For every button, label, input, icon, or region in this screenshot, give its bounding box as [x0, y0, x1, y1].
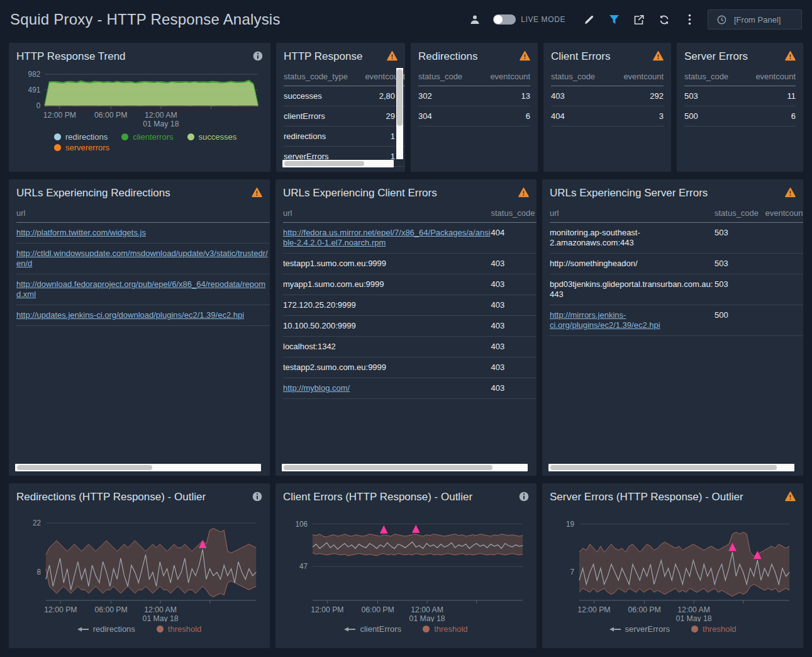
trend-chart: 049198212:00 PM06:00 PM12:00 AM01 May 18 — [16, 67, 263, 130]
kebab-menu-icon[interactable] — [682, 13, 696, 26]
url-link[interactable]: http://fedora.us.mirror.net/epel/7/x86_6… — [283, 228, 491, 247]
warning-icon[interactable] — [653, 51, 664, 64]
legend-item-successes[interactable]: successes — [187, 132, 237, 142]
table-cell: 500 — [684, 106, 745, 126]
horizontal-scrollbar[interactable] — [282, 160, 394, 167]
legend-dot — [423, 626, 430, 632]
column-header[interactable]: url — [16, 203, 270, 223]
table-row: http://myblog.com/403 — [283, 378, 537, 399]
table-row: http://updates.jenkins-ci.org/download/p… — [16, 305, 270, 326]
horizontal-scrollbar[interactable] — [15, 464, 261, 471]
panel-title: HTTP Response — [284, 49, 362, 64]
vertical-scrollbar[interactable] — [396, 68, 403, 159]
url-link[interactable]: http://ctldl.windowsupdate.com/msdownloa… — [16, 249, 268, 268]
table-row: 3046 — [418, 106, 530, 126]
svg-text:12:00 AM: 12:00 AM — [145, 111, 177, 120]
horizontal-scrollbar[interactable] — [548, 464, 794, 471]
column-header[interactable]: eventcount — [613, 67, 664, 86]
chart-legend: clientErrorsthreshold — [283, 624, 529, 634]
table-header-row: urlstatus_codeeventcount — [550, 203, 803, 223]
legend-item-redirections[interactable]: redirections — [77, 624, 135, 634]
url-link[interactable]: http://myblog.com/ — [283, 383, 350, 393]
legend-item-redirections[interactable]: redirections — [54, 132, 108, 142]
outlier-chart-svg: 82212:00 PM06:00 PM12:00 AM01 May 18 — [16, 507, 262, 622]
share-icon[interactable] — [632, 13, 646, 26]
column-header[interactable]: status_code — [491, 203, 537, 223]
legend-item-threshold[interactable]: threshold — [157, 624, 201, 634]
info-icon[interactable] — [253, 51, 263, 64]
data-table: status_code_typeeventcountsuccesses2,80c… — [284, 67, 405, 167]
legend-item-threshold[interactable]: threshold — [691, 624, 736, 634]
url-link[interactable]: http://updates.jenkins-ci.org/download/p… — [16, 310, 244, 320]
column-header[interactable]: eventcount — [745, 67, 796, 86]
column-header[interactable]: status_code — [551, 67, 613, 86]
info-icon[interactable] — [519, 491, 529, 504]
table-cell: localhost:1342 — [283, 337, 491, 357]
legend-item-threshold[interactable]: threshold — [423, 624, 467, 634]
table-cell: monitoring.ap-southeast-2.amazonaws.com:… — [550, 223, 715, 254]
scrollbar-thumb[interactable] — [284, 465, 492, 470]
chart-legend: serverErrorsthreshold — [550, 624, 796, 634]
top-bar-controls: LIVE MODE [From Panel] — [468, 9, 802, 30]
panel-title: URLs Experiencing Redirections — [16, 186, 170, 201]
warning-icon[interactable] — [785, 188, 796, 200]
table-row: 50311 — [684, 86, 796, 106]
panel-outlier-client-errors: Client Errors (HTTP Response) - Outlier … — [275, 483, 537, 648]
table-row: testapp1.sumo.com.eu:9999403 — [283, 254, 537, 274]
outlier-chart: 4710612:00 PM06:00 PM12:00 AM01 May 18 — [283, 507, 529, 622]
time-range-value: [From Panel] — [734, 15, 781, 25]
svg-text:19: 19 — [566, 520, 574, 529]
refresh-icon[interactable] — [657, 13, 671, 26]
scrollbar-thumb[interactable] — [397, 69, 403, 126]
url-link[interactable]: http://platform.twitter.com/widgets.js — [16, 228, 146, 237]
table-cell: 403 — [491, 378, 537, 399]
outlier-chart-svg: 71912:00 PM06:00 PM12:00 AM01 May 18 — [550, 507, 796, 622]
table-cell: 6 — [745, 106, 796, 126]
user-icon[interactable] — [468, 13, 482, 26]
column-header[interactable]: status_code — [715, 203, 765, 223]
legend-item-serverErrors[interactable]: serverErrors — [609, 624, 670, 634]
table-cell: successes — [284, 86, 359, 106]
warning-icon[interactable] — [520, 51, 530, 64]
edit-pencil-icon[interactable] — [582, 13, 596, 26]
table-row: myapp1.sumo.com.eu:9999403 — [283, 274, 537, 295]
column-header[interactable]: eventcount — [480, 67, 530, 86]
legend-item-clienterrors[interactable]: clienterrors — [121, 132, 173, 142]
scrollbar-thumb[interactable] — [284, 161, 364, 166]
table-cell: 11 — [745, 86, 796, 106]
warning-icon[interactable] — [252, 188, 262, 200]
legend-item-clientErrors[interactable]: clientErrors — [344, 624, 401, 634]
table-row: 10.100.50.200:9999403 — [283, 316, 537, 337]
column-header[interactable]: status_code — [684, 67, 745, 86]
svg-text:12:00 PM: 12:00 PM — [577, 605, 610, 614]
table-cell: 6 — [480, 106, 530, 126]
scrollbar-thumb[interactable] — [550, 465, 777, 470]
table-cell — [765, 305, 803, 336]
url-link[interactable]: http://download.fedoraproject.org/pub/ep… — [16, 279, 265, 299]
live-mode-toggle[interactable] — [493, 14, 516, 25]
column-header[interactable]: status_code — [418, 67, 480, 86]
data-table: status_codeeventcount4032924043 — [551, 67, 664, 126]
table-row: http://fedora.us.mirror.net/epel/7/x86_6… — [283, 223, 537, 254]
warning-icon[interactable] — [387, 51, 398, 64]
table-row: redirections1 — [284, 126, 405, 147]
warning-icon[interactable] — [518, 188, 529, 200]
time-range-selector[interactable]: [From Panel] — [708, 9, 802, 30]
column-header[interactable]: url — [283, 203, 491, 223]
warning-icon[interactable] — [785, 51, 796, 64]
scrollbar-thumb[interactable] — [17, 465, 152, 470]
table-row: monitoring.ap-southeast-2.amazonaws.com:… — [550, 223, 803, 254]
column-header[interactable]: status_code_type — [284, 67, 359, 86]
column-header[interactable]: eventcount — [765, 203, 803, 223]
horizontal-scrollbar[interactable] — [282, 464, 528, 471]
svg-text:01 May 18: 01 May 18 — [143, 614, 179, 622]
info-icon[interactable] — [252, 491, 262, 504]
column-header[interactable]: url — [550, 203, 715, 223]
legend-item-servererrors[interactable]: servererrors — [54, 143, 109, 152]
legend-line-marker — [609, 626, 621, 632]
filter-icon[interactable] — [607, 13, 621, 26]
url-link[interactable]: http://mirrors.jenkins-ci.org/plugins/ec… — [550, 310, 660, 330]
table-row: 4043 — [551, 106, 664, 126]
table-cell: 403 — [491, 357, 537, 378]
warning-icon[interactable] — [785, 491, 796, 504]
